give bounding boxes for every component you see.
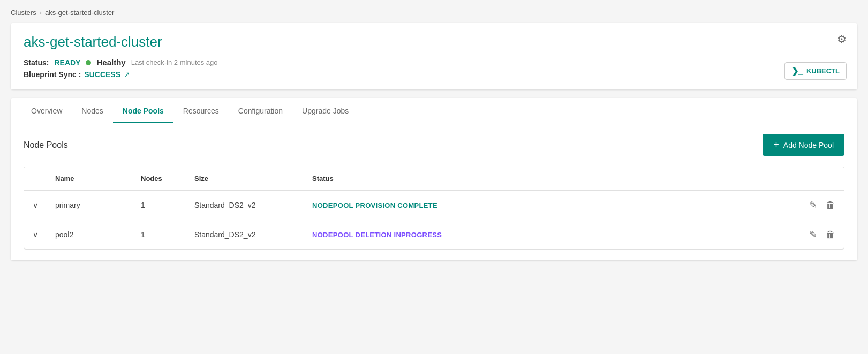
edit-pool2-button[interactable]: ✎ — [809, 229, 817, 240]
breadcrumb: Clusters › aks-get-started-cluster — [11, 9, 857, 17]
breadcrumb-separator: › — [40, 9, 42, 17]
row-pool2-nodes: 1 — [132, 220, 186, 250]
row-pool2-status: NODEPOOL DELETION INPROGRESS — [304, 220, 486, 250]
row-pool2-actions: ✎ 🗑 — [486, 220, 844, 250]
checkin-text: Last check-in 2 minutes ago — [131, 58, 218, 66]
table-row: ∨ pool2 1 Standard_DS2_v2 NODEPOOL DELET… — [24, 220, 844, 250]
tabs-card: Overview Nodes Node Pools Resources Conf… — [11, 98, 857, 260]
row-pool2-name: pool2 — [47, 220, 132, 250]
plus-icon: + — [773, 139, 779, 150]
node-pools-table: Name Nodes Size Status ∨ primary 1 — [24, 167, 844, 249]
row-primary-size: Standard_DS2_v2 — [186, 191, 304, 220]
section-title: Node Pools — [24, 140, 68, 150]
th-expand — [24, 167, 47, 191]
status-row: Status: READY Healthy Last check-in 2 mi… — [24, 58, 844, 67]
delete-pool2-button[interactable]: 🗑 — [826, 229, 835, 240]
tab-upgrade-jobs[interactable]: Upgrade Jobs — [292, 98, 358, 123]
breadcrumb-current: aks-get-started-cluster — [45, 9, 114, 17]
expand-row-pool2[interactable]: ∨ — [24, 220, 47, 250]
add-node-pool-button[interactable]: + Add Node Pool — [763, 134, 844, 156]
kubectl-icon: ❯_ — [791, 66, 803, 76]
tabs-bar: Overview Nodes Node Pools Resources Conf… — [11, 98, 857, 123]
blueprint-value: SUCCESS — [84, 70, 120, 79]
tab-resources[interactable]: Resources — [173, 98, 229, 123]
th-name: Name — [47, 167, 132, 191]
blueprint-label: Blueprint Sync : — [24, 70, 81, 79]
cluster-title: aks-get-started-cluster — [24, 34, 844, 50]
th-size: Size — [186, 167, 304, 191]
tab-nodes[interactable]: Nodes — [72, 98, 112, 123]
health-dot — [86, 60, 91, 65]
row-primary-nodes: 1 — [132, 191, 186, 220]
gear-button[interactable]: ⚙ — [837, 33, 847, 46]
tab-configuration[interactable]: Configuration — [229, 98, 292, 123]
th-status: Status — [304, 167, 486, 191]
breadcrumb-parent[interactable]: Clusters — [11, 9, 36, 17]
tab-overview[interactable]: Overview — [21, 98, 72, 123]
blueprint-row: Blueprint Sync : SUCCESS ↗ — [24, 70, 844, 79]
row-primary-name: primary — [47, 191, 132, 220]
edit-primary-button[interactable]: ✎ — [809, 199, 817, 211]
row-primary-actions: ✎ 🗑 — [486, 191, 844, 220]
health-text: Healthy — [96, 58, 125, 67]
tab-node-pools[interactable]: Node Pools — [113, 98, 173, 123]
section-header: Node Pools + Add Node Pool — [24, 134, 844, 156]
delete-primary-button[interactable]: 🗑 — [826, 200, 835, 211]
table-row: ∨ primary 1 Standard_DS2_v2 NODEPOOL PRO… — [24, 191, 844, 220]
kubectl-button[interactable]: ❯_ KUBECTL — [784, 62, 847, 80]
cluster-info-card: aks-get-started-cluster Status: READY He… — [11, 23, 857, 89]
status-value: READY — [54, 58, 80, 67]
tab-content-node-pools: Node Pools + Add Node Pool Name Nodes Si… — [11, 123, 857, 260]
row-pool2-size: Standard_DS2_v2 — [186, 220, 304, 250]
status-label: Status: — [24, 58, 49, 67]
th-actions — [486, 167, 844, 191]
row-primary-status: NODEPOOL PROVISION COMPLETE — [304, 191, 486, 220]
th-nodes: Nodes — [132, 167, 186, 191]
expand-row-primary[interactable]: ∨ — [24, 191, 47, 220]
node-pools-table-container: Name Nodes Size Status ∨ primary 1 — [24, 167, 844, 250]
external-link-icon[interactable]: ↗ — [124, 70, 130, 79]
